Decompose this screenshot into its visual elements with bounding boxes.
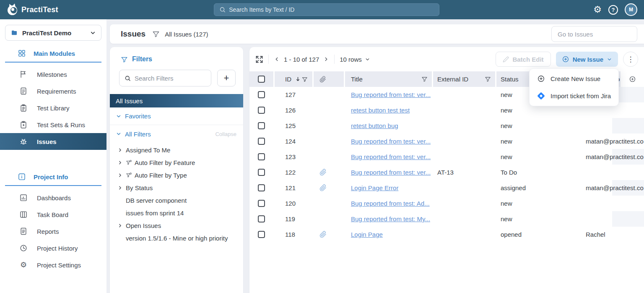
new-issue-button[interactable]: New Issue bbox=[556, 52, 618, 67]
favorites-group[interactable]: Favorites bbox=[110, 107, 243, 125]
batch-edit-button[interactable]: Batch Edit bbox=[496, 52, 551, 67]
help-icon[interactable]: ? bbox=[608, 5, 618, 15]
funnel-icon[interactable] bbox=[421, 76, 428, 82]
sidebar-item-label: Dashboards bbox=[37, 194, 71, 201]
brand[interactable]: PractiTest bbox=[8, 4, 58, 15]
select-all-checkbox[interactable] bbox=[258, 76, 265, 83]
chevron-right-icon[interactable] bbox=[117, 223, 123, 228]
top-navbar: PractiTest ⚙ ? M bbox=[0, 0, 644, 19]
next-page-icon[interactable] bbox=[323, 56, 329, 62]
sidebar-item-test-sets-runs[interactable]: Test Sets & Runs bbox=[0, 116, 106, 133]
search-icon bbox=[125, 75, 131, 82]
row-checkbox[interactable] bbox=[258, 107, 265, 114]
sidebar-item-task-board[interactable]: Task Board bbox=[0, 206, 106, 223]
funnel-icon[interactable] bbox=[302, 76, 308, 82]
sidebar-item-project-settings[interactable]: ⚙ Project Settings bbox=[0, 256, 106, 273]
chevron-right-icon[interactable] bbox=[117, 160, 123, 165]
column-header-id[interactable]: ID bbox=[275, 71, 312, 87]
filter-version-15-16[interactable]: version 1.5/1.6 - Mine or high priority bbox=[110, 232, 243, 244]
prev-page-icon[interactable] bbox=[274, 56, 280, 62]
filters-panel-header: Filters bbox=[110, 47, 243, 69]
status-value: new bbox=[496, 153, 572, 160]
global-search[interactable] bbox=[214, 3, 439, 16]
attachment-icon[interactable] bbox=[319, 169, 327, 176]
row-checkbox[interactable] bbox=[258, 169, 265, 176]
attachment-icon[interactable] bbox=[319, 184, 327, 191]
add-filter-button[interactable]: + bbox=[217, 70, 236, 86]
issue-title-link[interactable]: Bug reported from test: Ad... bbox=[351, 200, 430, 207]
filter-auto-by-type[interactable]: Auto Filter by Type bbox=[110, 169, 243, 181]
filter-by-status[interactable]: By Status bbox=[110, 181, 243, 194]
add-column-button[interactable] bbox=[621, 71, 644, 87]
issue-title-link[interactable]: retest button test test bbox=[351, 107, 410, 114]
practitest-logo-icon bbox=[8, 4, 18, 15]
expand-icon[interactable] bbox=[255, 55, 263, 63]
row-checkbox[interactable] bbox=[258, 200, 265, 207]
issue-title-link[interactable]: Bug reported from test: ver... bbox=[351, 91, 431, 98]
sidebar-item-test-library[interactable]: Test Library bbox=[0, 99, 106, 116]
menu-item-import-from-jira[interactable]: Import ticket from Jira bbox=[530, 87, 618, 105]
chevron-right-icon[interactable] bbox=[117, 185, 123, 191]
settings-gear-icon[interactable]: ⚙ bbox=[593, 5, 602, 14]
more-actions-button[interactable]: ⋮ bbox=[623, 52, 638, 67]
menu-item-create-new-issue[interactable]: Create New Issue bbox=[530, 70, 618, 87]
new-issue-label: New Issue bbox=[573, 56, 603, 63]
sidebar-item-dashboards[interactable]: Dashboards bbox=[0, 189, 106, 206]
issue-id: 127 bbox=[275, 91, 312, 98]
filter-open-issues[interactable]: Open Issues bbox=[110, 219, 243, 232]
project-selector[interactable]: PractiTest Demo bbox=[5, 25, 101, 41]
issue-title-link[interactable]: Bug reported from test: My... bbox=[351, 215, 430, 222]
avatar[interactable]: M bbox=[625, 3, 637, 16]
sidebar-item-issues[interactable]: Issues bbox=[0, 133, 106, 150]
collapse-link[interactable]: Collapse bbox=[215, 131, 243, 137]
filter-auto-by-feature[interactable]: Auto Filter by Feature bbox=[110, 156, 243, 169]
rows-per-page-select[interactable]: 10 rows bbox=[340, 56, 370, 63]
issue-title-link[interactable]: Bug reported from test: ver... bbox=[351, 169, 431, 176]
row-checkbox[interactable] bbox=[258, 91, 265, 98]
issue-title-link[interactable]: Login Page bbox=[351, 231, 383, 238]
filter-issues-from-sprint-14[interactable]: issues from sprint 14 bbox=[110, 207, 243, 219]
filter-funnel-icon[interactable] bbox=[152, 30, 160, 38]
search-filters-field[interactable] bbox=[119, 70, 211, 86]
table-toolbar: 1 - 10 of 127 10 rows Batch Edit New Iss… bbox=[249, 47, 644, 71]
sidebar-item-reports[interactable]: Reports bbox=[0, 223, 106, 240]
report-icon bbox=[18, 227, 29, 235]
sidebar-item-project-history[interactable]: Project History bbox=[0, 240, 106, 256]
filter-label: Auto Filter by Type bbox=[135, 172, 187, 179]
all-filters-group[interactable]: All Filters Collapse bbox=[110, 125, 243, 143]
row-checkbox[interactable] bbox=[258, 138, 265, 145]
issue-id: 124 bbox=[275, 138, 312, 145]
row-checkbox[interactable] bbox=[258, 184, 265, 191]
issue-title-link[interactable]: Bug reported from test: ver... bbox=[351, 153, 431, 160]
attachment-icon[interactable] bbox=[319, 231, 327, 238]
sidebar-item-label: Project Settings bbox=[37, 262, 81, 269]
funnel-icon[interactable] bbox=[485, 76, 491, 82]
row-checkbox[interactable] bbox=[258, 122, 265, 129]
row-checkbox[interactable] bbox=[258, 153, 265, 160]
column-header-external-id[interactable]: External ID bbox=[433, 71, 495, 87]
filter-db-server-component[interactable]: DB server component bbox=[110, 194, 243, 207]
pagination-label: 1 - 10 of 127 bbox=[284, 56, 319, 63]
filter-assigned-to-me[interactable]: Assigned To Me bbox=[110, 144, 243, 156]
row-checkbox[interactable] bbox=[258, 231, 265, 238]
go-to-issues-input[interactable] bbox=[551, 26, 637, 42]
sidebar-item-requirements[interactable]: Requirements bbox=[0, 83, 106, 99]
issue-id: 118 bbox=[275, 231, 312, 238]
column-header-title[interactable]: Title bbox=[345, 71, 432, 87]
chevron-right-icon[interactable] bbox=[117, 173, 123, 178]
sort-desc-icon[interactable] bbox=[295, 76, 308, 82]
selected-filter-all-issues[interactable]: All Issues bbox=[110, 94, 243, 107]
column-header-attachments[interactable] bbox=[314, 71, 344, 87]
info-icon bbox=[18, 173, 26, 181]
sidebar-item-label: Milestones bbox=[37, 71, 67, 78]
row-checkbox[interactable] bbox=[258, 215, 265, 222]
issue-title-link[interactable]: retest button bug bbox=[351, 122, 398, 129]
chevron-right-icon[interactable] bbox=[117, 147, 123, 153]
issue-title-link[interactable]: Login Page Error bbox=[351, 184, 398, 191]
issue-title-link[interactable]: Bug reported from test: ver... bbox=[351, 138, 431, 145]
sidebar-item-milestones[interactable]: Milestones bbox=[0, 66, 106, 83]
search-filters-input[interactable] bbox=[135, 75, 206, 82]
search-icon bbox=[219, 6, 226, 13]
global-search-input[interactable] bbox=[229, 6, 434, 13]
table-row: 122 Bug reported from test: ver... AT-13… bbox=[249, 165, 644, 180]
